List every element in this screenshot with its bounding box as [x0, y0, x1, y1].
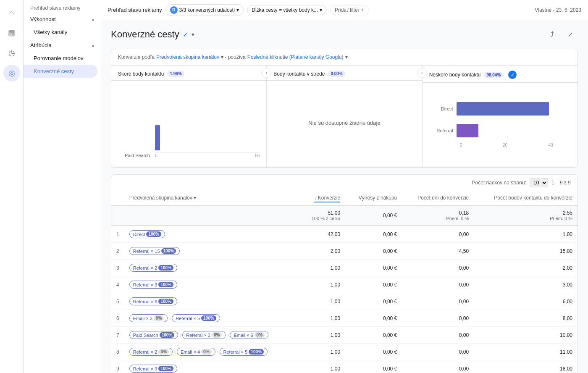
table-row: 7Paid Search100%›Referral × 30%›Email × …	[111, 327, 578, 344]
target-icon[interactable]: ◎	[3, 65, 20, 81]
channel-chip: Referral × 30%	[182, 331, 226, 339]
mid-chart: Nie sú dostupné žiadne údaje	[267, 81, 422, 165]
attribution-chevron: ▴	[92, 43, 94, 47]
referral-bar	[457, 124, 478, 137]
topbar-title: Prehľad stavu reklamy	[108, 7, 162, 13]
rows-per-page-select[interactable]: 10 25 50	[530, 178, 548, 187]
th-num	[111, 191, 124, 205]
chart-filter-label1: Konverzie podľa	[118, 54, 155, 60]
th-touchpoints: Počet bodov kontaktu do konverzie	[474, 191, 578, 205]
channel-chip: Paid Search100%	[129, 331, 178, 339]
row-revenue: 0,00 €	[345, 276, 402, 293]
expand-button[interactable]: ⤢	[563, 27, 578, 42]
th-channel[interactable]: Predvolená skupina kanálov ▾	[124, 191, 300, 205]
chip-pct: 0%	[255, 332, 265, 338]
channel-chip: Email × 40%	[177, 348, 215, 356]
row-revenue: 0,00 €	[345, 260, 402, 276]
rows-per-page-label: Počet riadkov na stranu:	[472, 180, 526, 186]
row-num: 5	[111, 293, 124, 310]
row-conversions: 1,00	[300, 293, 345, 310]
performance-chevron: ▴	[92, 17, 94, 21]
row-num: 3	[111, 260, 124, 276]
add-filter-plus: +	[361, 7, 364, 13]
sidebar-item-model-comparison[interactable]: Porovnanie modelov	[24, 52, 97, 65]
channel-chip: Referral × 6100%	[129, 297, 177, 305]
row-channel: Direct100%	[124, 226, 300, 243]
early-label: Skoré body kontaktu	[118, 71, 164, 77]
table-row: 5Referral × 6100%1,000,00 €0,006,00	[111, 293, 578, 310]
channel-chip: Referral × 5100%	[172, 314, 220, 322]
chip-pct: 0%	[212, 332, 222, 338]
row-days: 0,00	[402, 344, 474, 360]
row-conversions: 1,00	[300, 327, 345, 344]
nav-top-label: Prehľad stavu reklamy	[24, 0, 101, 13]
totals-touchpoints: 2,55 Priem. 0 %	[474, 205, 578, 226]
sidebar-item-all-channels[interactable]: Všetky kanály	[24, 26, 97, 39]
row-revenue: 0,00 €	[345, 243, 402, 260]
direct-bar-row: Direct	[429, 102, 571, 116]
page-body: Konverzné cesty ✓ ▾ ⤴ ⤢ Konverzie podľa …	[101, 20, 588, 373]
row-touchpoints: 8,00	[474, 310, 578, 327]
channel-chip: Referral × 9100%	[129, 365, 177, 373]
performance-label: Výkonnosť	[30, 16, 56, 22]
row-num: 9	[111, 360, 124, 373]
nav-icon-bar: ⌂ ▦ ◷ ◎	[0, 0, 24, 373]
chart-filter-link2[interactable]: Posledné kliknutie (Platené kanály Googl…	[247, 54, 344, 60]
chart-filter-link1[interactable]: Predvolená skupina kanálov	[156, 54, 219, 60]
row-touchpoints: 11,00	[474, 344, 578, 360]
row-conversions: 1,00	[300, 260, 345, 276]
table-row: 3Referral × 2100%1,000,00 €0,002,00	[111, 260, 578, 276]
row-days: 0,00	[402, 360, 474, 373]
chip-pct: 0%	[154, 315, 164, 321]
no-data-message: Nie sú dostupné žiadne údaje	[308, 120, 380, 126]
row-days: 0,00	[402, 293, 474, 310]
table-body: 1Direct100%42,000,00 €0,001,002Referral …	[111, 226, 578, 373]
channel-dropdown-icon: ▾	[194, 195, 196, 201]
share-button[interactable]: ⤴	[544, 27, 559, 42]
row-conversions: 1,00	[300, 344, 345, 360]
row-channel: Referral × 6100%	[124, 293, 300, 310]
attribution-section[interactable]: Atribúcia ▴	[24, 39, 101, 52]
late-label: Neskoré body kontaktu	[429, 72, 481, 78]
arrow-connector: ›	[227, 332, 229, 338]
direct-bar	[457, 102, 549, 116]
home-icon[interactable]: ⌂	[3, 4, 20, 21]
row-conversions: 1,00	[300, 360, 345, 373]
arrow-connector: ›	[180, 332, 181, 338]
early-touchpoint-header: Skoré body kontaktu 1.96% ›	[111, 66, 266, 81]
charts-row: Skoré body kontaktu 1.96% › Paid Search	[111, 66, 578, 167]
chip-pct: 0%	[201, 349, 211, 355]
chip-label: Email × 4	[181, 349, 200, 355]
row-channel: Referral × 2100%	[124, 260, 300, 276]
table-row: 1Direct100%42,000,00 €0,001,00	[111, 226, 578, 243]
chip-label: Email × 6	[234, 333, 253, 338]
add-filter-button[interactable]: Pridať filter +	[330, 5, 369, 15]
late-checkmark: ✓	[508, 71, 517, 79]
chip-label: Referral × 5	[223, 349, 248, 355]
chip-label: Paid Search	[133, 333, 158, 338]
chip-label: Referral × 3	[133, 282, 158, 287]
chip-label: Referral × 6	[133, 299, 158, 304]
chip-label: Referral × 15	[133, 249, 160, 254]
row-revenue: 0,00 €	[345, 293, 402, 310]
chart-icon[interactable]: ▦	[3, 24, 20, 41]
chip-label: Referral × 5	[176, 316, 200, 321]
sidebar-item-conversion-paths[interactable]: Konverzné cesty	[24, 65, 97, 78]
row-touchpoints: 1,00	[474, 226, 578, 243]
early-arrow: ›	[261, 68, 271, 78]
performance-section[interactable]: Výkonnosť ▴	[24, 13, 101, 26]
late-badge: 98.04%	[484, 72, 503, 78]
clock-icon[interactable]: ◷	[3, 45, 20, 61]
channel-chip: Referral × 15100%	[129, 247, 180, 255]
referral-bar-row: Referral	[429, 124, 571, 137]
row-touchpoints: 18,00	[474, 360, 578, 373]
arrow-connector: ›	[174, 349, 176, 355]
path-length-filter[interactable]: Dĺžka cesty = všetky body k... ▾	[247, 5, 327, 15]
conversion-events-filter[interactable]: D 3/3 konverzných udalostí ▾	[165, 4, 244, 16]
table-section: Počet riadkov na stranu: 10 25 50 1 – 9 …	[111, 174, 578, 373]
page-dropdown-icon[interactable]: ▾	[192, 31, 194, 38]
row-channel: Email × 30%›Referral × 5100%	[124, 310, 300, 327]
paid-search-bar	[155, 125, 160, 150]
add-filter-label: Pridať filter	[335, 7, 360, 13]
chip-label: Referral × 2	[133, 349, 158, 355]
